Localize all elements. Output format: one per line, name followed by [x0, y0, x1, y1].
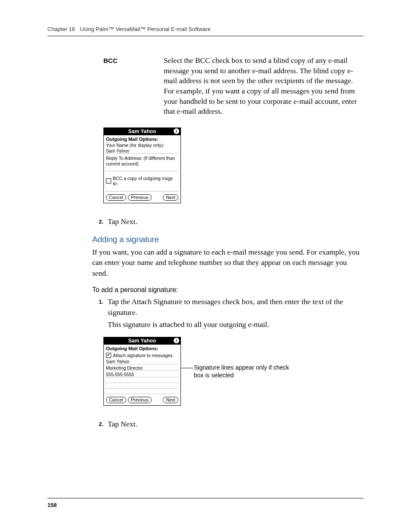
bcc-address-field[interactable] — [106, 187, 178, 192]
chapter-label: Chapter 16 — [47, 26, 75, 32]
info-icon[interactable]: i — [174, 338, 179, 343]
figure-row: Sam Yahoo i Outgoing Mail Options: ✔ Att… — [103, 337, 364, 406]
previous-button[interactable]: Previous — [128, 194, 152, 201]
chapter-title: Using Palm™ VersaMail™ Personal E-mail S… — [80, 26, 210, 32]
step-text: Tap Next. — [108, 419, 364, 429]
bcc-checkbox-row[interactable]: BCC a copy of outgoing msgs to: — [106, 176, 178, 186]
your-name-field[interactable]: Sam Yahoo — [106, 148, 178, 154]
titlebar-text: Sam Yahoo — [128, 128, 156, 134]
definition-body: Select the BCC check box to send a blind… — [164, 56, 364, 117]
sig-line-5[interactable] — [106, 384, 178, 389]
step-number: 2. — [90, 419, 108, 429]
palm-screenshot-bcc: Sam Yahoo i Outgoing Mail Options: Your … — [103, 128, 181, 203]
previous-button[interactable]: Previous — [128, 397, 152, 403]
palm-body: Outgoing Mail Options: ✔ Attach signatur… — [104, 345, 181, 405]
button-row: Cancel Previous Next — [106, 397, 178, 403]
button-row: Cancel Previous Next — [106, 194, 178, 201]
next-button[interactable]: Next — [163, 194, 178, 201]
titlebar-text: Sam Yahoo — [128, 338, 156, 344]
step-text: Tap Next. — [108, 216, 364, 227]
reply-to-field[interactable] — [106, 167, 178, 171]
step-2: 2. Tap Next. — [90, 216, 364, 227]
step-1-signature: 1. Tap the Attach Signature to messages … — [90, 296, 364, 317]
sig-line-6[interactable] — [106, 389, 178, 394]
reply-to-label: Reply To Address: (if different than cur… — [106, 156, 178, 167]
your-name-label: Your Name (for display only): — [106, 143, 178, 148]
page-number: 158 — [47, 498, 364, 508]
step-2-signature: 2. Tap Next. — [90, 419, 364, 429]
step-number: 1. — [90, 296, 108, 317]
cancel-button[interactable]: Cancel — [106, 194, 126, 201]
section-body: If you want, you can add a signature to … — [92, 247, 364, 279]
palm-screenshot-signature: Sam Yahoo i Outgoing Mail Options: ✔ Att… — [103, 337, 181, 406]
sig-line-2[interactable]: Marketing Director — [106, 365, 178, 371]
attach-sig-label: Attach signature to messages. — [113, 353, 174, 358]
definition-row: BCC Select the BCC check box to send a b… — [103, 56, 364, 117]
sig-line-3[interactable]: 555-555-5555 — [106, 372, 178, 377]
subheading-add-signature: To add a personal signature: — [92, 286, 364, 294]
next-button[interactable]: Next — [163, 397, 178, 403]
sig-line-4[interactable] — [106, 378, 178, 383]
options-heading: Outgoing Mail Options: — [106, 137, 178, 142]
sig-line-1[interactable]: Sam Yahoo — [106, 359, 178, 364]
titlebar: Sam Yahoo i — [104, 128, 181, 135]
titlebar: Sam Yahoo i — [104, 337, 181, 345]
bcc-checkbox-label: BCC a copy of outgoing msgs to: — [113, 176, 178, 186]
step-text: Tap the Attach Signature to messages che… — [108, 296, 364, 317]
bcc-checkbox[interactable] — [106, 178, 111, 184]
running-header: Chapter 16 Using Palm™ VersaMail™ Person… — [47, 26, 364, 36]
info-icon[interactable]: i — [174, 128, 179, 134]
step-number: 2. — [90, 216, 108, 227]
page: Chapter 16 Using Palm™ VersaMail™ Person… — [0, 0, 411, 532]
definition-term: BCC — [103, 56, 164, 117]
step-followup: This signature is attached to all your o… — [108, 319, 364, 330]
attach-sig-checkbox[interactable]: ✔ — [106, 353, 111, 358]
cancel-button[interactable]: Cancel — [106, 397, 126, 403]
section-heading-signature: Adding a signature — [92, 235, 364, 244]
callout-text: Signature lines appear only if check box… — [194, 364, 293, 379]
attach-sig-checkbox-row[interactable]: ✔ Attach signature to messages. — [106, 353, 178, 358]
options-heading: Outgoing Mail Options: — [106, 346, 178, 351]
palm-body: Outgoing Mail Options: Your Name (for di… — [104, 135, 181, 203]
